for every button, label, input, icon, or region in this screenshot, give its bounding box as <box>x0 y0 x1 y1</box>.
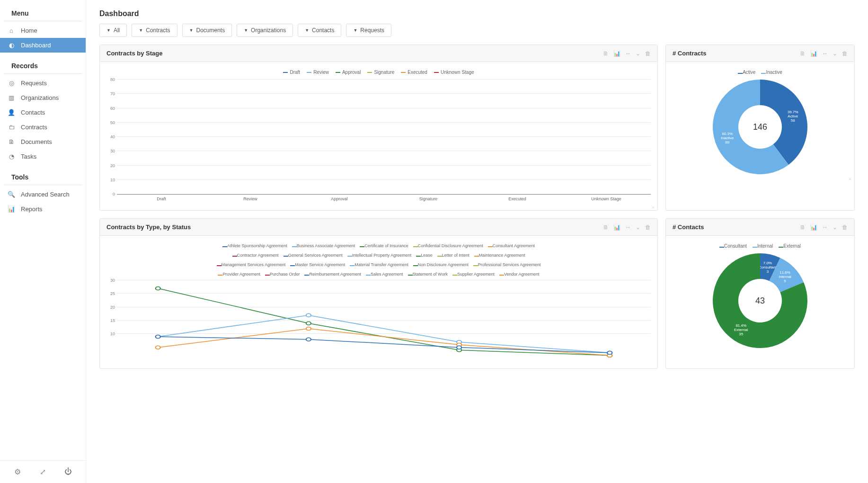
legend-item[interactable]: Review <box>307 70 329 75</box>
filter-organizations-button[interactable]: ▼Organizations <box>237 24 293 37</box>
legend-item[interactable]: Consultant Agreement <box>488 243 535 248</box>
legend-item[interactable]: Consultant <box>719 243 747 249</box>
legend-item[interactable]: Master Service Agreement <box>290 262 345 267</box>
legend-item[interactable]: Material Transfer Agreement <box>350 262 408 267</box>
legend-item[interactable]: Unknown Stage <box>434 70 474 75</box>
settings-icon[interactable]: ⚙ <box>13 467 22 476</box>
chevron-down-icon[interactable]: ⌄ <box>636 224 640 231</box>
legend-item[interactable]: Management Services Agreement <box>217 262 286 267</box>
legend-item[interactable]: Active <box>738 70 755 75</box>
power-icon[interactable]: ⏻ <box>63 467 73 476</box>
filter-contacts-button[interactable]: ▼Contacts <box>298 24 341 37</box>
trash-icon[interactable]: 🗑 <box>645 224 651 231</box>
widget-num-contracts: # Contracts 🗎 📊 ↔ ⌄ 🗑 ActiveInactive 39.… <box>665 45 855 211</box>
line-point[interactable] <box>457 346 461 349</box>
line-point[interactable] <box>306 313 311 317</box>
resize-grip[interactable]: ⇲ <box>848 177 851 181</box>
expand-h-icon[interactable]: ↔ <box>625 50 631 57</box>
legend-label: Non Disclosure Agreement <box>418 262 469 267</box>
chevron-down-icon[interactable]: ⌄ <box>833 224 837 231</box>
y-tick: 80 <box>110 77 115 82</box>
legend-item[interactable]: Provider Agreement <box>218 272 260 277</box>
legend-item[interactable]: Vendor Agreement <box>499 272 540 277</box>
filter-documents-button[interactable]: ▼Documents <box>182 24 232 37</box>
sidebar-item-documents[interactable]: 🗎Documents <box>0 134 86 149</box>
line-point[interactable] <box>156 346 160 349</box>
target-icon: ◎ <box>8 80 15 87</box>
legend-item[interactable]: Athlete Sponsorship Agreement <box>222 243 287 248</box>
y-tick: 60 <box>110 106 115 111</box>
trash-icon[interactable]: 🗑 <box>842 224 848 231</box>
chevron-down-icon[interactable]: ⌄ <box>833 50 837 57</box>
line-point[interactable] <box>306 327 311 331</box>
legend-swatch <box>336 72 340 73</box>
legend-item[interactable]: Maintenance Agreement <box>474 253 525 258</box>
legend-item[interactable]: Internal <box>753 243 773 249</box>
expand-icon[interactable]: ⤢ <box>38 467 47 476</box>
expand-h-icon[interactable]: ↔ <box>822 50 828 57</box>
legend-item[interactable]: Inactive <box>761 70 782 75</box>
legend-item[interactable]: Lease <box>416 253 433 258</box>
chart-icon[interactable]: 📊 <box>810 224 817 231</box>
chart-icon[interactable]: 📊 <box>810 50 817 57</box>
legend-item[interactable]: Letter of Intent <box>437 253 469 258</box>
export-pdf-icon[interactable]: 🗎 <box>603 224 609 231</box>
sidebar-item-home[interactable]: ⌂Home <box>0 23 86 38</box>
y-tick: 10 <box>110 331 115 336</box>
chevron-down-icon[interactable]: ⌄ <box>636 50 640 57</box>
export-pdf-icon[interactable]: 🗎 <box>800 224 806 231</box>
export-pdf-icon[interactable]: 🗎 <box>800 50 806 57</box>
legend-item[interactable]: Confidential Disclosure Agreement <box>413 243 483 248</box>
sidebar-item-dashboard[interactable]: ◐Dashboard <box>0 38 86 53</box>
x-tick-label: Review <box>206 195 295 203</box>
sidebar-item-advanced-search[interactable]: 🔍Advanced Search <box>0 187 86 202</box>
export-pdf-icon[interactable]: 🗎 <box>603 50 609 57</box>
line-point[interactable] <box>306 322 311 325</box>
legend-item[interactable]: Signature <box>367 70 394 75</box>
line-point[interactable] <box>156 335 160 339</box>
trash-icon[interactable]: 🗑 <box>842 50 848 57</box>
line-point[interactable] <box>306 338 311 341</box>
legend-item[interactable]: External <box>779 243 801 249</box>
expand-h-icon[interactable]: ↔ <box>625 224 631 231</box>
line-series[interactable] <box>158 315 610 353</box>
sidebar-item-contracts[interactable]: 🗀Contracts <box>0 120 86 134</box>
legend-item[interactable]: Sales Agreement <box>366 272 403 277</box>
legend-item[interactable]: Reimbursement Agreement <box>304 272 361 277</box>
line-point[interactable] <box>607 351 612 355</box>
filter-all-button[interactable]: ▼All <box>99 24 127 37</box>
line-series[interactable] <box>158 288 610 356</box>
legend-item[interactable]: Approval <box>336 70 361 75</box>
sidebar-item-tasks[interactable]: ◔Tasks <box>0 149 86 164</box>
legend-label: Athlete Sponsorship Agreement <box>227 243 287 248</box>
legend-item[interactable]: Draft <box>283 70 300 75</box>
sidebar-item-requests[interactable]: ◎Requests <box>0 76 86 90</box>
legend-item[interactable]: Certificate of Insurance <box>360 243 408 248</box>
resize-grip[interactable]: ⇲ <box>651 205 655 209</box>
legend-item[interactable]: Business Associate Agreement <box>292 243 355 248</box>
legend-item[interactable]: Statement of Work <box>408 272 448 277</box>
chart-icon[interactable]: 📊 <box>613 50 620 57</box>
legend-item[interactable]: Executed <box>401 70 427 75</box>
y-tick: 10 <box>110 178 115 182</box>
line-point[interactable] <box>156 287 160 290</box>
filter-contracts-button[interactable]: ▼Contracts <box>132 24 177 37</box>
line-series[interactable] <box>158 329 610 356</box>
legend-item[interactable]: Non Disclosure Agreement <box>413 262 469 267</box>
sidebar-item-contacts[interactable]: 👤Contacts <box>0 105 86 120</box>
dashboard-icon: ◐ <box>8 42 15 49</box>
legend-item[interactable]: Professional Services Agreement <box>473 262 541 267</box>
expand-h-icon[interactable]: ↔ <box>822 224 828 231</box>
chart-icon[interactable]: 📊 <box>613 224 620 231</box>
sidebar-item-reports[interactable]: 📊Reports <box>0 202 86 216</box>
legend-item[interactable]: Contractor Agreement <box>232 253 279 258</box>
legend-item[interactable]: Purchase Order <box>265 272 300 277</box>
legend-label: Provider Agreement <box>222 272 260 277</box>
legend-item[interactable]: General Services Agreement <box>283 253 343 258</box>
sidebar-item-organizations[interactable]: ▥Organizations <box>0 90 86 105</box>
legend-item[interactable]: Supplier Agreement <box>452 272 495 277</box>
legend-item[interactable]: Intellectual Property Agreement <box>347 253 412 258</box>
trash-icon[interactable]: 🗑 <box>645 50 651 57</box>
legend-label: Lease <box>421 253 433 258</box>
filter-requests-button[interactable]: ▼Requests <box>346 24 391 37</box>
